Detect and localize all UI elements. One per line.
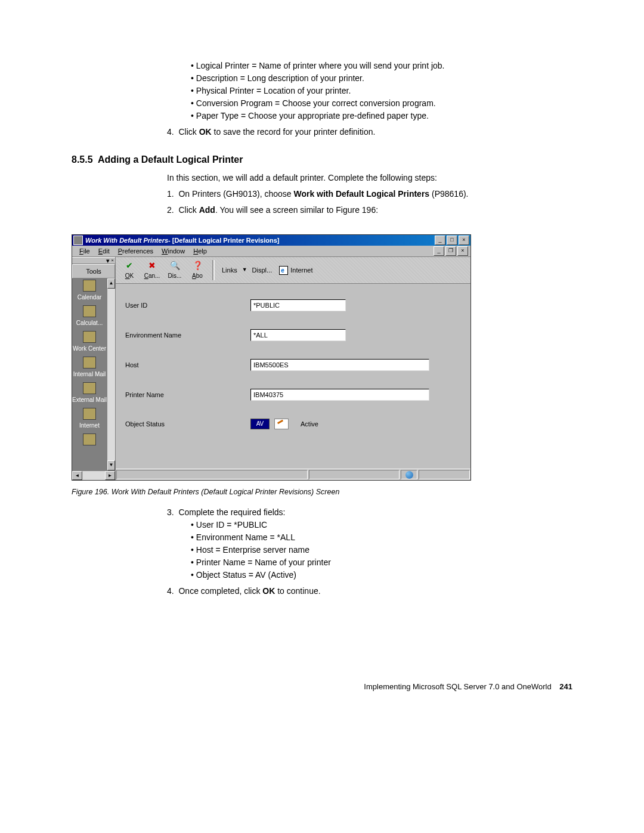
toolbar: ✔OK ✖Can... 🔍Dis... ❓Abo Links ▼ Displ..… <box>116 257 470 284</box>
scroll-down-icon[interactable]: ▼ <box>107 460 115 470</box>
mdi-close-button[interactable]: × <box>457 246 468 256</box>
app-icon <box>73 236 83 245</box>
menu-file[interactable]: File <box>76 246 94 256</box>
internet-icon <box>83 408 96 420</box>
tools-panel: ▾ × Tools Calendar Calculat... Work Cent… <box>72 257 116 480</box>
sidebar-item-calendar[interactable]: Calendar <box>72 280 107 302</box>
scroll-left-icon[interactable]: ◄ <box>72 471 82 480</box>
bullet-description: Description = Long description of your p… <box>191 72 572 85</box>
mdi-minimize-button[interactable]: _ <box>434 246 444 256</box>
sidebar-item-internet[interactable]: Internet <box>72 408 107 430</box>
intro-text: In this section, we will add a default p… <box>167 172 572 184</box>
ok-button[interactable]: ✔OK <box>119 261 140 280</box>
scroll-up-icon[interactable]: ▲ <box>107 278 115 289</box>
status-cell-1 <box>116 470 308 479</box>
section-heading: 8.5.5 Adding a Default Logical Printer <box>72 153 572 167</box>
minimize-button[interactable]: _ <box>435 236 445 245</box>
user-id-label: User ID <box>125 301 250 311</box>
side-vscrollbar[interactable]: ▲ ▼ <box>107 278 115 470</box>
sidebar-item-work-center[interactable]: Work Center <box>72 331 107 353</box>
status-text: Active <box>301 419 318 429</box>
tools-label[interactable]: Tools <box>72 264 115 278</box>
menu-preferences[interactable]: Preferences <box>114 246 157 256</box>
user-id-input[interactable] <box>250 299 346 311</box>
s2-pre: Click <box>178 205 199 215</box>
links-label: Links <box>222 265 237 275</box>
workcenter-icon <box>83 331 96 343</box>
screenshot-window: Work With Default Printers - [Default Lo… <box>72 234 471 481</box>
s1-bold: Work with Default Logical Printers <box>293 189 429 199</box>
bullet-paper-type: Paper Type = Choose your appropriate pre… <box>191 110 572 122</box>
internal-mail-icon <box>83 357 96 368</box>
ie-icon <box>279 266 288 275</box>
x-icon: ✖ <box>142 261 162 271</box>
status-label: Object Status <box>125 419 250 429</box>
section-number: 8.5.5 <box>72 154 93 165</box>
status-cell-3 <box>419 470 470 479</box>
env-label: Environment Name <box>125 330 250 340</box>
status-code-input[interactable]: AV <box>250 419 270 429</box>
step4b-ok: OK <box>262 586 275 596</box>
statusbar <box>116 469 470 480</box>
title-sub: - [Default Logical Printer Revisions] <box>168 236 279 246</box>
step-2: 2. Click Add. You will see a screen simi… <box>167 204 572 216</box>
scroll-right-icon[interactable]: ► <box>105 471 115 480</box>
host-input[interactable] <box>250 359 429 371</box>
side-hscrollbar[interactable]: ◄ ► <box>72 470 115 480</box>
bullet-conversion-program: Conversion Program = Choose your correct… <box>191 97 572 110</box>
scroll-track[interactable] <box>107 289 115 460</box>
display-button[interactable]: 🔍Dis... <box>165 261 185 280</box>
printer-input[interactable] <box>250 389 429 401</box>
window-buttons: _ □ × <box>435 236 469 245</box>
display-icon: 🔍 <box>165 261 185 271</box>
step4-pre: Click <box>178 127 199 137</box>
sidebar-item-external-mail[interactable]: External Mail <box>72 382 107 404</box>
s1-pre: On Printers (GH9013), choose <box>178 189 293 199</box>
tools-header-bar: ▾ × <box>72 257 115 264</box>
bullet-status: Object Status = AV (Active) <box>191 569 572 581</box>
bullet-physical-printer: Physical Printer = Location of your prin… <box>191 85 572 97</box>
displ-link[interactable]: Displ... <box>252 265 273 275</box>
menu-edit[interactable]: Edit <box>95 246 113 256</box>
sidebar-item-extra[interactable] <box>72 433 107 447</box>
tools-close-icon[interactable]: × <box>110 257 114 264</box>
links-dropdown-icon[interactable]: ▼ <box>242 266 247 274</box>
menu-file-rest: ile <box>83 247 90 255</box>
s1-post: (P98616). <box>429 189 468 199</box>
section-title: Adding a Default Logical Printer <box>98 154 243 165</box>
calculator-icon <box>83 305 96 317</box>
check-icon: ✔ <box>119 261 140 271</box>
host-label: Host <box>125 360 250 370</box>
close-button[interactable]: × <box>459 236 469 245</box>
env-input[interactable] <box>250 329 346 341</box>
footer-text: Implementing Microsoft SQL Server 7.0 an… <box>364 682 551 691</box>
menu-help[interactable]: Help <box>190 246 210 256</box>
globe-icon <box>405 471 413 479</box>
step4b-pre: Once completed, click <box>178 586 262 596</box>
titlebar[interactable]: Work With Default Printers - [Default Lo… <box>72 235 470 246</box>
menu-window[interactable]: Window <box>158 246 188 256</box>
bullet-env: Environment Name = *ALL <box>191 531 572 544</box>
internet-link[interactable]: Internet <box>279 265 312 275</box>
side-list: Calendar Calculat... Work Center Interna… <box>72 278 107 470</box>
bullet-host: Host = Enterprise server name <box>191 544 572 556</box>
step-1: 1. On Printers (GH9013), choose Work wit… <box>167 188 572 200</box>
lookup-button[interactable] <box>274 419 289 429</box>
step4b-post: to continue. <box>275 586 320 596</box>
s2-post: . You will see a screen similar to Figur… <box>215 205 378 215</box>
sidebar-item-calculator[interactable]: Calculat... <box>72 305 107 327</box>
step4-post: to save the record for your printer defi… <box>212 127 376 137</box>
step-3: 3. Complete the required fields: <box>167 506 572 519</box>
cancel-button[interactable]: ✖Can... <box>142 261 162 280</box>
external-mail-icon <box>83 382 96 394</box>
footer-page: 241 <box>559 682 572 691</box>
mdi-restore-button[interactable]: ❐ <box>445 246 456 256</box>
maximize-button[interactable]: □ <box>447 236 457 245</box>
about-button[interactable]: ❓Abo <box>187 261 208 280</box>
status-cell-2 <box>309 470 400 479</box>
sidebar-item-internal-mail[interactable]: Internal Mail <box>72 357 107 379</box>
bullet-user-id: User ID = *PUBLIC <box>191 519 572 531</box>
toolbar-separator <box>212 260 215 280</box>
about-icon: ❓ <box>187 261 208 271</box>
step-4-bottom: 4. Once completed, click OK to continue. <box>167 585 572 597</box>
